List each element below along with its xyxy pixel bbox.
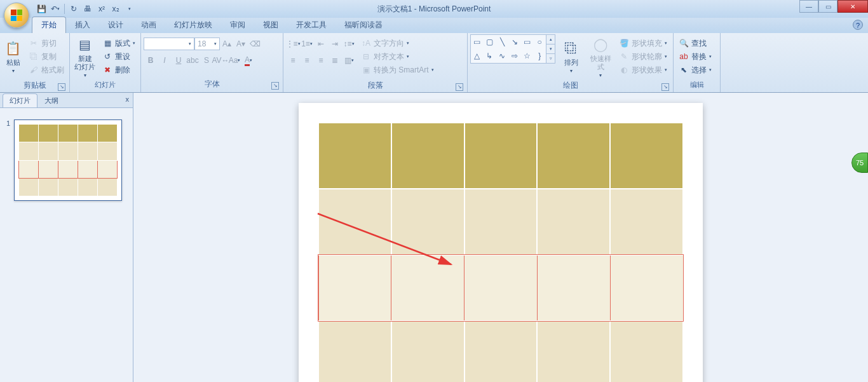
undo-button[interactable]: ↶▾ [49,3,62,15]
font-launcher[interactable]: ↘ [271,82,279,90]
clear-format-button[interactable]: ⌫ [248,37,262,51]
font-size-select[interactable]: 18▾ [194,38,220,50]
outline-tab[interactable]: 大纲 [37,93,65,107]
font-color-button[interactable]: A▾ [241,53,255,67]
gallery-scroll[interactable]: ▴▾▿ [546,34,555,64]
tab-animations[interactable]: 动画 [132,17,165,33]
align-center-button[interactable]: ≡ [300,53,314,67]
tab-design[interactable]: 设计 [99,17,132,33]
office-logo-icon [11,10,22,21]
strike-button[interactable]: abc [186,53,200,67]
shapes-gallery[interactable]: ▭ ▢ ╲ ↘ ▭ ○ △ ↳ ∿ ⇨ ☆ } [470,34,546,64]
align-left-button[interactable]: ≡ [286,53,300,67]
effects-icon: ◐ [619,65,629,75]
brush-icon: 🖌 [29,65,39,75]
slide-thumbnail-1[interactable] [14,119,122,201]
arrange-button[interactable]: ⿻ 排列 ▾ [558,34,585,79]
columns-button[interactable]: ▥▾ [342,53,356,67]
smartart-icon: ▣ [361,65,371,75]
tab-foxit[interactable]: 福昕阅读器 [336,17,391,33]
tab-developer[interactable]: 开发工具 [287,17,336,33]
qat-extra1-button[interactable]: x² [95,3,108,15]
find-button[interactable]: 🔍查找 [676,38,714,50]
copy-button[interactable]: ⿻复制 [26,51,67,63]
format-painter-button[interactable]: 🖌格式刷 [26,64,67,76]
numbering-button[interactable]: 1≡▾ [300,37,314,51]
save-button[interactable]: 💾 [35,3,48,15]
qat-extra2-button[interactable]: x₂ [109,3,122,15]
spacing-icon: AV↔ [212,56,229,65]
text-direction-button[interactable]: ↕A文字方向▾ [358,38,437,50]
justify-button[interactable]: ≣ [328,53,342,67]
slides-tab[interactable]: 幻灯片 [3,93,37,107]
slide-table[interactable] [318,122,684,382]
delete-button[interactable]: ✖删除 [100,64,138,76]
increase-indent-button[interactable]: ⇥ [328,37,342,51]
panel-close-button[interactable]: x [126,95,130,103]
align-right-button[interactable]: ≡ [314,53,328,67]
group-label-slides: 幻灯片 [72,79,138,91]
office-button[interactable] [4,3,29,28]
tab-view[interactable]: 视图 [254,17,287,33]
new-slide-button[interactable]: ▤ 新建 幻灯片 ▾ [72,34,97,79]
qat-customize-button[interactable]: ▾ [123,3,136,15]
replace-icon: ab [679,51,689,62]
paragraph-launcher[interactable]: ↘ [456,83,463,91]
italic-button[interactable]: I [158,53,172,67]
line-spacing-icon: ↕≡ [343,39,351,48]
justify-icon: ≣ [332,56,338,65]
tab-insert[interactable]: 插入 [66,17,99,33]
outdent-icon: ⇤ [318,39,324,48]
tab-review[interactable]: 审阅 [221,17,254,33]
grow-font-button[interactable]: A▴ [220,37,234,51]
minimize-button[interactable]: — [799,0,818,13]
group-label-clipboard: 剪贴板↘ [3,79,67,92]
reset-button[interactable]: ↺重设 [100,51,138,63]
shape-outline-button[interactable]: ✎形状轮廓▾ [616,51,670,63]
drawing-launcher[interactable]: ↘ [661,83,669,91]
help-button[interactable]: ? [853,20,863,30]
clipboard-launcher[interactable]: ↘ [58,83,65,91]
quick-styles-button[interactable]: ◯ 快速样式 ▾ [587,34,614,79]
decrease-indent-button[interactable]: ⇤ [314,37,328,51]
font-family-select[interactable]: ▾ [144,38,194,50]
slide-canvas[interactable] [299,103,703,382]
layout-button[interactable]: ▦版式▾ [100,38,138,50]
shape-effects-button[interactable]: ◐形状效果▾ [616,64,670,76]
shape-fill-button[interactable]: 🪣形状填充▾ [616,38,670,50]
thumb-number: 1 [6,119,10,201]
align-text-button[interactable]: ⊟对齐文本▾ [358,51,437,63]
bold-button[interactable]: B [144,53,158,67]
slide-editor[interactable] [133,93,868,382]
ribbon: 📋 粘贴 ▾ ✂剪切 ⿻复制 🖌格式刷 剪贴板↘ ▤ 新建 幻灯片 ▾ ▦版式▾… [0,33,868,93]
select-button[interactable]: ⬉选择▾ [676,64,714,76]
align-right-icon: ≡ [318,56,323,65]
indent-icon: ⇥ [332,39,338,48]
tab-home[interactable]: 开始 [32,17,66,33]
paste-button[interactable]: 📋 粘贴 ▾ [3,34,24,79]
change-case-button[interactable]: Aa▾ [227,53,241,67]
side-badge[interactable]: 75 [851,153,868,173]
convert-smartart-button[interactable]: ▣转换为 SmartArt▾ [358,64,437,76]
shape-rect-icon: ▭ [471,35,484,49]
select-icon: ⬉ [679,65,689,75]
redo-button[interactable]: ↻ [67,3,80,15]
close-button[interactable]: ✕ [837,0,868,13]
align-text-icon: ⊟ [361,51,371,62]
cut-button[interactable]: ✂剪切 [26,38,67,50]
spacing-button[interactable]: AV↔ [214,53,227,67]
tab-slideshow[interactable]: 幻灯片放映 [165,17,221,33]
shape-oval-icon: ○ [533,35,546,49]
replace-button[interactable]: ab替换▾ [676,51,714,63]
maximize-button[interactable]: ▭ [818,0,837,13]
underline-button[interactable]: U [172,53,186,67]
redo-icon: ↻ [71,4,77,13]
delete-icon: ✖ [102,65,112,75]
qat-print-button[interactable]: 🖶 [81,3,94,15]
line-spacing-button[interactable]: ↕≡▾ [342,37,356,51]
shrink-font-button[interactable]: A▾ [234,37,248,51]
bullets-button[interactable]: ⋮≡▾ [286,37,300,51]
layout-icon: ▦ [102,38,112,48]
save-icon: 💾 [37,4,46,13]
outline-icon: ✎ [619,51,629,62]
